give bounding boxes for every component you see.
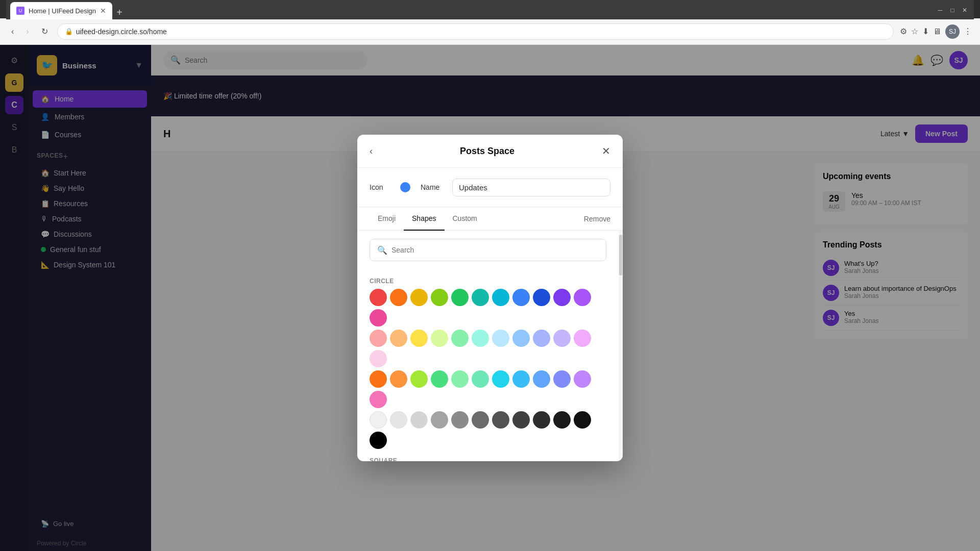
color-dot[interactable] [574,330,591,347]
color-dot[interactable] [390,370,407,388]
color-dot[interactable] [512,330,530,347]
circle-row-1 [370,289,606,327]
shapes-scroll-content: 🔍 CIRCLE [357,231,619,461]
color-dot[interactable] [512,289,530,306]
color-dot[interactable] [370,370,387,388]
color-dot[interactable] [472,289,489,306]
tab-favicon: U [16,7,24,15]
color-dot[interactable] [370,330,387,347]
title-bar: U Home | UIFeed Design ✕ + ─ □ ✕ [0,0,980,18]
shapes-area: CIRCLE [357,269,619,461]
color-dot[interactable] [390,330,407,347]
color-dot[interactable] [370,411,387,429]
color-dot[interactable] [574,289,591,306]
profile-icon[interactable]: SJ [945,24,960,39]
modal-dialog: ‹ Posts Space ✕ Icon Name Emoji [357,135,623,461]
refresh-btn[interactable]: ↻ [38,24,51,38]
color-dot[interactable] [451,289,469,306]
color-dot[interactable] [512,370,530,388]
color-dot[interactable] [492,289,509,306]
color-dot[interactable] [553,289,571,306]
color-dot[interactable] [472,370,489,388]
address-icons: ⚙ ☆ ⬇ 🖥 SJ ⋮ [900,24,972,39]
color-dot[interactable] [390,289,407,306]
app-wrapper: ⚙ G C S B 🐦 Business ▼ 🏠 Home [0,45,980,551]
forward-btn[interactable]: › [23,25,32,38]
modal-overlay[interactable]: ‹ Posts Space ✕ Icon Name Emoji [0,45,980,551]
close-btn[interactable]: ✕ [960,5,970,15]
icon-preview [396,178,414,196]
color-dot[interactable] [472,411,489,429]
tabs-row: Emoji Shapes Custom Remove [357,207,623,231]
color-dot[interactable] [553,330,571,347]
modal-search-icon: 🔍 [377,245,387,255]
menu-icon[interactable]: ⋮ [964,27,972,36]
color-dot[interactable] [410,370,428,388]
desktop-icon[interactable]: 🖥 [933,27,941,36]
color-dot[interactable] [533,370,550,388]
tab-close-btn[interactable]: ✕ [100,7,106,15]
color-dot[interactable] [370,289,387,306]
name-input[interactable] [452,179,610,196]
color-dot[interactable] [451,330,469,347]
url-text: uifeed-design.circle.so/home [76,28,167,36]
color-dot[interactable] [533,289,550,306]
color-dot[interactable] [431,289,448,306]
modal-body: 🔍 CIRCLE [357,231,623,461]
download-icon[interactable]: ⬇ [922,27,929,36]
name-label: Name [421,183,446,191]
color-dot[interactable] [533,330,550,347]
tab-remove-btn[interactable]: Remove [584,208,610,230]
color-dot[interactable] [472,330,489,347]
color-dot[interactable] [533,411,550,429]
color-dot[interactable] [492,411,509,429]
tab-custom[interactable]: Custom [445,207,485,231]
circle-row-3 [370,370,606,408]
address-bar: ‹ › ↻ 🔒 uifeed-design.circle.so/home ⚙ ☆… [0,18,980,45]
icon-blue-dot [400,182,410,192]
color-dot[interactable] [370,350,387,367]
color-dot[interactable] [574,411,591,429]
color-dot[interactable] [431,370,448,388]
modal-header: ‹ Posts Space ✕ [357,135,623,168]
modal-scrollbar[interactable] [619,231,623,461]
minimize-btn[interactable]: ─ [935,5,945,15]
bookmark-icon[interactable]: ☆ [911,27,918,36]
color-dot[interactable] [512,411,530,429]
tab-shapes[interactable]: Shapes [404,207,444,231]
color-dot[interactable] [431,411,448,429]
modal-search-bar[interactable]: 🔍 [370,239,606,261]
circle-row-4 [370,411,606,449]
cast-icon[interactable]: ⚙ [900,27,907,36]
color-dot[interactable] [410,289,428,306]
color-dot[interactable] [390,411,407,429]
color-dot[interactable] [431,330,448,347]
color-dot[interactable] [410,330,428,347]
modal-title: Posts Space [373,146,602,157]
tab-emoji[interactable]: Emoji [370,207,404,231]
color-dot[interactable] [370,432,387,449]
back-btn[interactable]: ‹ [8,25,17,38]
url-bar[interactable]: 🔒 uifeed-design.circle.so/home [57,23,894,40]
browser-chrome: U Home | UIFeed Design ✕ + ─ □ ✕ ‹ › ↻ 🔒… [0,0,980,551]
color-dot[interactable] [553,411,571,429]
color-dot[interactable] [451,411,469,429]
circle-row-2 [370,330,606,367]
color-dot[interactable] [370,309,387,327]
tab-title: Home | UIFeed Design [29,7,96,15]
square-section-label: SQUARE [370,457,606,461]
color-dot[interactable] [370,391,387,408]
icon-name-row: Icon Name [357,168,623,207]
icon-label: Icon [370,183,390,191]
active-tab[interactable]: U Home | UIFeed Design ✕ [10,2,112,19]
color-dot[interactable] [574,370,591,388]
color-dot[interactable] [553,370,571,388]
color-dot[interactable] [492,330,509,347]
modal-close-btn[interactable]: ✕ [602,145,610,157]
color-dot[interactable] [451,370,469,388]
maximize-btn[interactable]: □ [947,5,958,15]
color-dot[interactable] [492,370,509,388]
new-tab-btn[interactable]: + [112,5,127,19]
color-dot[interactable] [410,411,428,429]
modal-search-input[interactable] [391,246,599,254]
